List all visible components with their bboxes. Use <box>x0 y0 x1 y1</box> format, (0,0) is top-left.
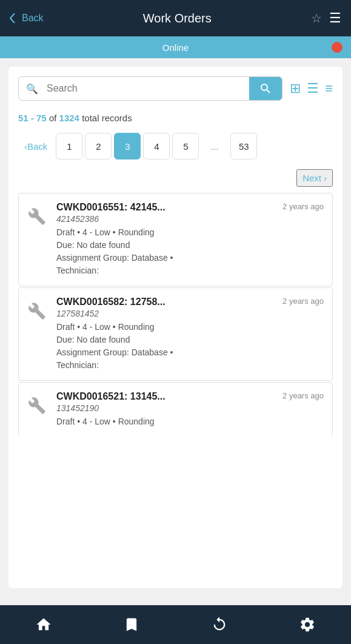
status-indicator <box>332 42 343 53</box>
back-label: Back <box>22 13 44 24</box>
records-range: 51 - 75 <box>18 113 49 123</box>
records-label: total records <box>82 113 132 123</box>
menu-icon[interactable]: ☰ <box>329 10 341 26</box>
svg-line-1 <box>267 90 270 93</box>
settings-nav-button[interactable] <box>287 610 328 639</box>
search-input[interactable] <box>38 77 249 100</box>
refresh-nav-button[interactable] <box>199 610 240 639</box>
work-order-content: CWKD0016551: 42145... 2 years ago 421452… <box>56 202 324 277</box>
records-total: 1324 <box>59 113 79 123</box>
home-nav-button[interactable] <box>23 610 64 639</box>
bookmarks-nav-button[interactable] <box>111 610 152 639</box>
wo-title: CWKD0016551: 42145... <box>56 202 165 213</box>
wo-header-row: CWKD0016582: 12758... 2 years ago <box>56 297 324 307</box>
wo-time: 2 years ago <box>282 391 324 400</box>
work-orders-list: CWKD0016551: 42145... 2 years ago 421452… <box>18 193 333 437</box>
back-button[interactable]: Back <box>10 13 44 24</box>
work-order-card[interactable]: CWKD0016582: 12758... 2 years ago 127581… <box>18 287 333 381</box>
pagination: ‹ Back 1 2 3 4 5 ... 53 <box>18 133 333 159</box>
grid-view-icon[interactable]: ⊞ <box>290 81 301 96</box>
status-text: Online <box>162 42 189 53</box>
page-53-button[interactable]: 53 <box>230 133 257 159</box>
page-4-button[interactable]: 4 <box>143 133 170 159</box>
page-3-button[interactable]: 3 <box>114 133 141 159</box>
wo-header-row: CWKD0016521: 13145... 2 years ago <box>56 391 324 402</box>
bottom-navigation <box>0 605 351 644</box>
page-title: Work Orders <box>44 12 311 25</box>
wrench-icon <box>25 299 49 323</box>
wo-number: 127581452 <box>56 309 324 318</box>
wo-details: Draft • 4 - Low • Rounding Due: No date … <box>56 226 324 277</box>
page-2-button[interactable]: 2 <box>85 133 112 159</box>
star-icon[interactable]: ☆ <box>311 11 322 25</box>
filter-icon[interactable]: ≡ <box>325 81 333 96</box>
main-content: 🔍 ⊞ ☰ ≡ 51 - 75 of 1324 total records ‹ … <box>8 67 343 588</box>
search-icon: 🔍 <box>19 83 38 95</box>
work-order-content: CWKD0016521: 13145... 2 years ago 131452… <box>56 391 324 428</box>
wrench-icon <box>25 204 49 229</box>
wo-time: 2 years ago <box>282 297 324 306</box>
wo-header-row: CWKD0016551: 42145... 2 years ago <box>56 202 324 213</box>
wo-title: CWKD0016582: 12758... <box>56 297 165 307</box>
next-row: Next › <box>18 169 333 187</box>
wo-details: Draft • 4 - Low • Rounding Due: No date … <box>56 321 324 372</box>
wo-details: Draft • 4 - Low • Rounding <box>56 415 324 428</box>
search-container: 🔍 <box>18 76 282 101</box>
work-order-content: CWKD0016582: 12758... 2 years ago 127581… <box>56 297 324 372</box>
wo-number: 421452386 <box>56 214 324 224</box>
back-page-button[interactable]: ‹ Back <box>18 133 53 159</box>
wrench-icon <box>25 394 49 418</box>
search-row: 🔍 ⊞ ☰ ≡ <box>18 76 333 101</box>
page-ellipsis: ... <box>201 133 228 159</box>
wo-number: 131452190 <box>56 403 324 413</box>
list-view-icon[interactable]: ☰ <box>307 81 319 96</box>
page-5-button[interactable]: 5 <box>172 133 199 159</box>
next-page-button[interactable]: Next › <box>296 169 333 187</box>
wo-title: CWKD0016521: 13145... <box>56 391 165 402</box>
svg-point-0 <box>261 84 267 90</box>
status-bar: Online <box>0 36 351 58</box>
records-info: 51 - 75 of 1324 total records <box>18 113 333 123</box>
app-header: Back Work Orders ☆ ☰ <box>0 0 351 36</box>
toolbar-icons: ⊞ ☰ ≡ <box>290 81 333 96</box>
work-order-card[interactable]: CWKD0016521: 13145... 2 years ago 131452… <box>18 382 333 437</box>
work-order-card[interactable]: CWKD0016551: 42145... 2 years ago 421452… <box>18 193 333 286</box>
page-1-button[interactable]: 1 <box>56 133 82 159</box>
wo-time: 2 years ago <box>282 202 324 211</box>
search-button[interactable] <box>249 77 282 100</box>
